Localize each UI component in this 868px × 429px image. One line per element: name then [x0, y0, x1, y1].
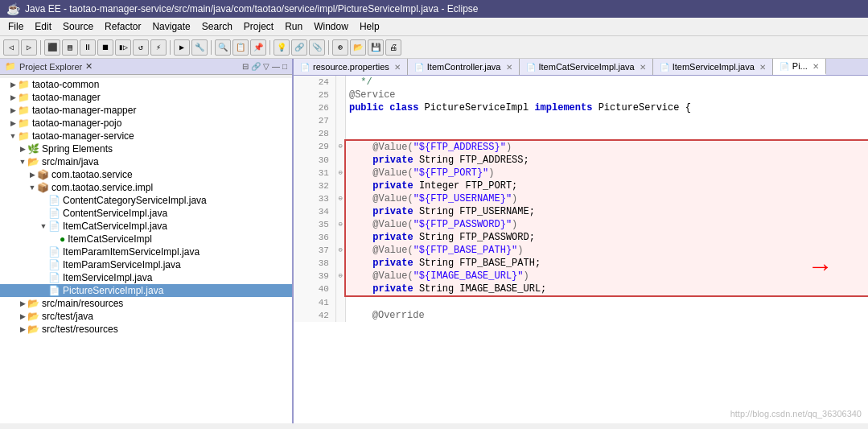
toolbar-btn-5[interactable]: ⏸ [80, 39, 96, 56]
code-line-30: 30 private String FTP_ADDRESS; [294, 154, 868, 167]
tree-node-src-test-java[interactable]: ▶ 📂 src/test/java [0, 310, 292, 323]
toolbar-btn-16[interactable]: 🔗 [291, 39, 307, 56]
menu-window[interactable]: Window [309, 19, 353, 34]
toolbar-btn-15[interactable]: 💡 [274, 39, 290, 56]
tree-node-item-cat-service-java[interactable]: ▼ 📄 ItemCatServiceImpl.java [0, 220, 292, 233]
tab-picture-service[interactable]: 📄 Pi... ✕ [773, 59, 826, 75]
collapse-all-btn[interactable]: ⊟ [242, 62, 249, 71]
tab-close-btn[interactable]: ✕ [759, 63, 766, 72]
toolbar-btn-6[interactable]: ⏹ [97, 39, 113, 56]
maximize-btn[interactable]: □ [282, 62, 287, 71]
toolbar-btn-11[interactable]: 🔧 [191, 39, 208, 56]
tab-close-btn[interactable]: ✕ [812, 62, 819, 71]
line-fold[interactable] [335, 205, 345, 218]
line-fold[interactable] [335, 154, 345, 167]
line-fold[interactable] [335, 231, 345, 244]
line-fold[interactable] [335, 89, 345, 101]
tab-icon: 📄 [300, 63, 310, 72]
line-fold[interactable]: ⊖ [335, 192, 345, 205]
line-fold[interactable] [335, 127, 345, 140]
explorer-menu-btn[interactable]: ▽ [263, 62, 269, 71]
line-fold[interactable]: ⊖ [335, 270, 345, 283]
tab-close-btn[interactable]: ✕ [640, 63, 646, 72]
line-number: 29 [294, 140, 335, 154]
menu-run[interactable]: Run [280, 19, 307, 34]
menu-project[interactable]: Project [239, 19, 278, 34]
toolbar-btn-17[interactable]: 📎 [309, 39, 325, 56]
tree-node-spring-elements[interactable]: ▶ 🌿 Spring Elements [0, 142, 292, 155]
window-title: Java EE - taotao-manager-service/src/mai… [25, 3, 479, 14]
tree-node-item-param-item[interactable]: 📄 ItemParamItemServiceImpl.java [0, 245, 292, 258]
line-fold[interactable] [335, 179, 345, 192]
toolbar-btn-13[interactable]: 📋 [232, 39, 249, 56]
toolbar-btn-1[interactable]: ◁ [3, 39, 19, 56]
line-fold[interactable]: ⊖ [335, 218, 345, 231]
line-number: 40 [294, 283, 335, 296]
tree-node-item-service[interactable]: 📄 ItemServiceImpl.java [0, 271, 292, 284]
code-editor[interactable]: 24 */ 25 @Service 26 public class [294, 76, 868, 423]
tab-icon: 📄 [414, 63, 424, 72]
line-fold[interactable] [335, 296, 345, 309]
tab-item-service[interactable]: 📄 ItemServiceImpl.java ✕ [653, 59, 773, 75]
line-number: 28 [294, 127, 335, 140]
line-fold[interactable] [335, 76, 345, 89]
tree-node-com-taotao-service[interactable]: ▶ 📦 com.taotao.service [0, 168, 292, 181]
tree-node-taotao-manager-pojo[interactable]: ▶ 📁 taotao-manager-pojo [0, 117, 292, 130]
tab-close-btn[interactable]: ✕ [394, 63, 401, 72]
line-fold[interactable] [335, 309, 345, 322]
link-editor-btn[interactable]: 🔗 [251, 62, 261, 71]
line-content: @Value("${FTP_USERNAME}") [345, 192, 868, 205]
toolbar-btn-18[interactable]: ⊕ [332, 39, 348, 56]
toolbar-btn-21[interactable]: 🖨 [385, 39, 401, 56]
tree-node-taotao-manager-service[interactable]: ▼ 📁 taotao-manager-service [0, 130, 292, 142]
toolbar-btn-10[interactable]: ▶ [174, 39, 190, 56]
tree-node-src-main-java[interactable]: ▼ 📂 src/main/java [0, 155, 292, 168]
line-fold[interactable] [335, 283, 345, 296]
toolbar-btn-8[interactable]: ↺ [133, 39, 149, 56]
line-fold[interactable]: ⊖ [335, 244, 345, 257]
line-fold[interactable] [335, 257, 345, 270]
toolbar-btn-14[interactable]: 📌 [250, 39, 266, 56]
menu-source[interactable]: Source [58, 19, 98, 34]
menu-help[interactable]: Help [355, 19, 385, 34]
line-fold[interactable]: ⊖ [335, 167, 345, 179]
tab-close-btn[interactable]: ✕ [506, 63, 512, 72]
tab-item-cat-service[interactable]: 📄 ItemCatServiceImpl.java ✕ [520, 59, 653, 75]
tree-label: ContentCategoryServiceImpl.java [63, 195, 207, 206]
tree-arrow: ▼ [8, 132, 18, 140]
tree-node-src-test-resources[interactable]: ▶ 📂 src/test/resources [0, 323, 292, 336]
line-fold[interactable] [335, 114, 345, 127]
toolbar-btn-3[interactable]: ⬛ [44, 39, 60, 56]
tree-node-taotao-manager-mapper[interactable]: ▶ 📁 taotao-manager-mapper [0, 104, 292, 117]
tree-node-src-main-resources[interactable]: ▶ 📂 src/main/resources [0, 297, 292, 310]
toolbar-btn-12[interactable]: 🔍 [215, 39, 231, 56]
menu-search[interactable]: Search [197, 19, 237, 34]
tab-item-controller[interactable]: 📄 ItemController.java ✕ [408, 59, 520, 75]
line-fold[interactable]: ⊖ [335, 140, 345, 154]
tree-node-com-taotao-service-impl[interactable]: ▼ 📦 com.taotao.service.impl [0, 181, 292, 194]
java-file-icon: 📄 [48, 285, 60, 296]
line-fold[interactable] [335, 101, 345, 114]
tree-node-taotao-common[interactable]: ▶ 📁 taotao-common [0, 78, 292, 91]
tree-node-item-param-service[interactable]: 📄 ItemParamServiceImpl.java [0, 258, 292, 271]
tree-node-item-cat-service-class[interactable]: ● ItemCatServiceImpl [0, 233, 292, 245]
toolbar-btn-9[interactable]: ⚡ [150, 39, 167, 56]
tree-node-taotao-manager[interactable]: ▶ 📁 taotao-manager [0, 91, 292, 104]
toolbar-btn-20[interactable]: 💾 [368, 39, 384, 56]
menu-edit[interactable]: Edit [30, 19, 56, 34]
menu-file[interactable]: File [3, 19, 28, 34]
toolbar-btn-19[interactable]: 📂 [350, 39, 366, 56]
menu-refactor[interactable]: Refactor [100, 19, 146, 34]
toolbar-btn-4[interactable]: ▤ [62, 39, 78, 56]
tree-node-content-service[interactable]: 📄 ContentServiceImpl.java [0, 207, 292, 220]
minimize-btn[interactable]: — [272, 62, 280, 71]
toolbar-btn-2[interactable]: ▷ [21, 39, 37, 56]
tab-resource-properties[interactable]: 📄 resource.properties ✕ [294, 59, 408, 75]
line-content: private String FTP_USERNAME; [345, 205, 868, 218]
tree-node-picture-service[interactable]: 📄 PictureServiceImpl.java [0, 284, 292, 297]
tree-container[interactable]: ▶ 📁 taotao-common ▶ 📁 taotao-manager ▶ 📁… [0, 75, 292, 423]
tree-node-content-cat-service[interactable]: 📄 ContentCategoryServiceImpl.java [0, 194, 292, 207]
line-number: 27 [294, 114, 335, 127]
toolbar-btn-7[interactable]: ▮▷ [115, 39, 131, 56]
menu-navigate[interactable]: Navigate [147, 19, 195, 34]
